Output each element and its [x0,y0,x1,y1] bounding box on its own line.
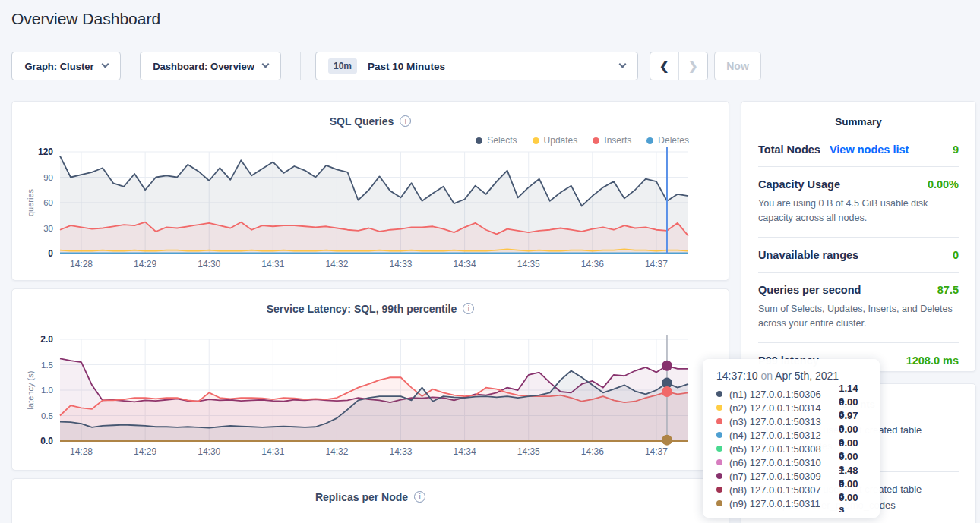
svg-text:14:34: 14:34 [454,446,476,457]
legend-label: Updates [544,135,578,146]
tooltip-rows: (n1) 127.0.0.1:503061.14 s(n2) 127.0.0.1… [716,387,866,510]
svg-text:14:35: 14:35 [517,259,540,269]
legend-item-selects: Selects [476,135,517,146]
node-address: (n8) 127.0.0.1:50307 [729,484,839,496]
unavailable-ranges-label: Unavailable ranges [758,249,858,261]
total-nodes-value: 9 [953,143,959,156]
tooltip-header: 14:37:10 on Apr 5th, 2021 [716,370,866,382]
overview-dashboard-page: Overview Dashboard Graph: Cluster Dashbo… [0,0,980,523]
info-icon[interactable] [414,491,425,503]
view-nodes-list-link[interactable]: View nodes list [830,143,909,156]
node-color-dot-icon [716,446,722,452]
chart-title-row: Replicas per Node [12,490,729,503]
node-color-dot-icon [716,500,722,506]
y-axis-title: queries [26,189,35,216]
node-address: (n1) 127.0.0.1:50306 [729,389,839,400]
replicas-per-node-chart-panel: Replicas per Node [11,478,729,523]
svg-text:14:35: 14:35 [517,446,540,457]
sql-queries-plot[interactable]: 14:2814:2914:3014:3114:3214:3314:3414:35… [60,152,688,273]
dashboard-controls: Graph: Cluster Dashboard: Overview 10m P… [11,52,969,80]
svg-text:1.5: 1.5 [41,361,53,370]
controls-divider [300,52,301,80]
node-address: (n4) 127.0.0.1:50312 [729,430,839,441]
total-nodes-label: Total Nodes [758,143,820,156]
node-latency-value: 0.00 s [839,492,866,515]
service-latency-chart-panel: Service Latency: SQL, 99th percentile la… [11,288,729,471]
summary-row-capacity: Capacity Usage 0.00% You are using 0 B o… [758,167,959,238]
summary-row-qps: Queries per second 87.5 Sum of Selects, … [758,273,959,343]
graph-dropdown[interactable]: Graph: Cluster [11,52,121,80]
time-step-buttons: ❮ ❯ [650,52,708,80]
legend-item-deletes: Deletes [646,135,689,146]
svg-text:0: 0 [48,248,53,259]
legend-item-updates: Updates [533,135,578,146]
service-latency-plot[interactable]: 14:2814:2914:3014:3114:3214:3314:3414:35… [60,339,688,461]
svg-text:14:36: 14:36 [581,446,604,457]
svg-text:0.5: 0.5 [41,411,53,421]
node-color-dot-icon [716,459,722,465]
svg-text:14:31: 14:31 [261,259,284,269]
unavailable-ranges-value: 0 [953,249,959,261]
tooltip-time: 14:37:10 [716,370,758,382]
node-address: (n7) 127.0.0.1:50309 [729,471,839,482]
svg-text:14:37: 14:37 [645,259,668,269]
summary-title: Summary [741,102,975,128]
svg-text:14:36: 14:36 [581,259,604,269]
capacity-usage-label: Capacity Usage [758,178,840,191]
svg-text:14:33: 14:33 [390,259,413,269]
svg-text:1.0: 1.0 [41,386,53,395]
node-address: (n2) 127.0.0.1:50314 [729,402,839,414]
svg-text:90: 90 [43,173,53,182]
svg-text:60: 60 [43,198,53,207]
service-latency-title: Service Latency: SQL, 99th percentile [267,303,457,315]
chart-title-row: Service Latency: SQL, 99th percentile [12,301,729,315]
updates-dot-icon [533,137,539,144]
node-address: (n6) 127.0.0.1:50310 [729,457,839,468]
chevron-down-icon [101,61,109,68]
deletes-dot-icon [646,137,653,144]
info-icon[interactable] [463,303,474,314]
node-color-dot-icon [716,418,722,424]
summary-row-unavailable-ranges: Unavailable ranges 0 [758,238,959,273]
node-address: (n9) 127.0.0.1:50311 [729,498,839,509]
sql-queries-title: SQL Queries [330,115,394,128]
node-color-dot-icon [716,473,722,479]
node-address: (n3) 127.0.0.1:50313 [729,416,839,427]
time-range-dropdown[interactable]: 10m Past 10 Minutes [315,52,638,80]
svg-text:14:33: 14:33 [390,446,413,457]
qps-label: Queries per second [758,284,861,296]
svg-text:14:37: 14:37 [645,446,668,457]
svg-text:14:30: 14:30 [198,446,220,457]
p99-latency-value: 1208.0 ms [906,354,959,367]
chart-hover-tooltip: 14:37:10 on Apr 5th, 2021 (n1) 127.0.0.1… [703,359,880,518]
node-color-dot-icon [716,405,722,411]
now-button[interactable]: Now [714,52,761,80]
svg-text:14:34: 14:34 [454,259,476,269]
prev-time-button[interactable]: ❮ [650,52,679,80]
capacity-usage-description: You are using 0 B of 4.5 GiB usable disk… [758,197,959,226]
next-time-button[interactable]: ❯ [679,52,708,80]
svg-text:14:31: 14:31 [261,446,284,457]
node-color-dot-icon [716,487,722,493]
legend-label: Deletes [658,135,689,146]
chevron-down-icon [619,61,627,68]
svg-text:120: 120 [38,147,53,157]
sql-queries-legend: Selects Updates Inserts Deletes [476,135,689,146]
dashboard-dropdown-label: Dashboard: Overview [153,61,254,72]
svg-text:2.0: 2.0 [40,334,53,345]
qps-description: Sum of Selects, Updates, Inserts, and De… [758,302,959,332]
svg-text:14:28: 14:28 [70,259,93,269]
svg-text:14:29: 14:29 [134,259,156,269]
y-axis-title: latency (s) [26,371,35,410]
capacity-usage-value: 0.00% [928,178,959,191]
inserts-dot-icon [593,137,599,144]
dashboard-dropdown[interactable]: Dashboard: Overview [140,52,281,80]
summary-panel: Summary Total Nodes View nodes list 9 Ca… [741,101,976,372]
tooltip-conjunction: on [760,370,773,382]
svg-text:14:32: 14:32 [325,446,348,457]
svg-text:14:30: 14:30 [198,259,220,269]
svg-text:14:32: 14:32 [325,259,348,269]
info-icon[interactable] [400,115,411,127]
graph-dropdown-label: Graph: Cluster [24,61,93,72]
sql-queries-chart-panel: SQL Queries Selects Updates Inserts Dele… [11,101,729,281]
